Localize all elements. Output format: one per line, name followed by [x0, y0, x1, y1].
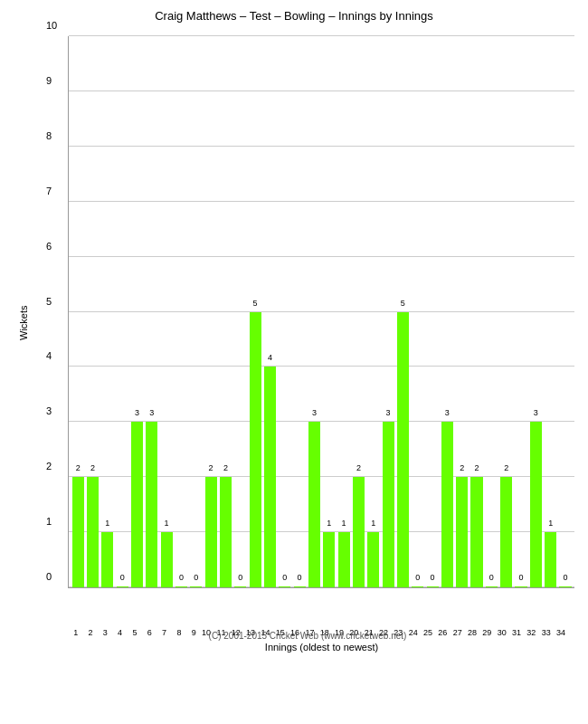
bar-value-label: 2: [504, 463, 508, 472]
bar-value-label: 2: [90, 463, 95, 472]
bar-value-label: 0: [431, 573, 435, 582]
x-axis-title: Innings (oldest to newest): [265, 642, 378, 653]
y-tick-label: 2: [46, 461, 52, 472]
y-tick-label: 8: [46, 130, 52, 141]
bar: 2: [456, 477, 468, 587]
bar: 4: [264, 367, 276, 587]
bar: 2: [220, 477, 232, 587]
bar: 1: [545, 532, 556, 587]
plot-area: 0123456789102122130435361708092102110125…: [68, 36, 574, 588]
bar: 0: [515, 586, 526, 587]
bar-group: 326: [440, 36, 454, 587]
bar-group: 04: [115, 36, 129, 587]
y-tick-label: 10: [46, 20, 57, 31]
bar-group: 513: [248, 36, 262, 587]
bar-group: 21: [71, 36, 85, 587]
bar: 2: [500, 477, 512, 587]
bar-value-label: 2: [223, 463, 228, 472]
y-axis-label: Wickets: [18, 306, 29, 341]
bar-value-label: 4: [268, 353, 272, 362]
bar-group: 17: [159, 36, 174, 587]
bar-value-label: 3: [445, 408, 450, 417]
bar: 1: [323, 532, 335, 587]
bar: 2: [470, 477, 482, 587]
bar-group: 220: [351, 36, 365, 587]
bar-group: 210: [204, 36, 218, 587]
bar: 3: [308, 422, 320, 587]
y-tick-label: 6: [46, 241, 52, 252]
bar: 1: [338, 532, 350, 587]
bar: 1: [367, 532, 379, 587]
bar: 0: [234, 586, 246, 587]
bar-value-label: 3: [135, 408, 139, 417]
bar-value-label: 5: [253, 299, 258, 308]
bar-group: 09: [189, 36, 204, 587]
bar-value-label: 1: [548, 519, 553, 528]
bar: 0: [117, 586, 128, 587]
bar-value-label: 0: [415, 573, 420, 582]
bar-value-label: 1: [371, 519, 375, 528]
bar-group: 034: [558, 36, 573, 587]
bar: 3: [441, 422, 453, 587]
bar: 0: [175, 586, 187, 587]
bar: 3: [530, 422, 542, 587]
bar-group: 031: [514, 36, 528, 587]
bar-group: 36: [145, 36, 159, 587]
bar-group: 322: [381, 36, 395, 587]
bar: 0: [559, 586, 571, 587]
bar-value-label: 0: [194, 573, 198, 582]
y-tick-label: 1: [46, 516, 52, 527]
y-tick-label: 5: [46, 296, 52, 307]
chart-container: Craig Matthews – Test – Bowling – Inning…: [0, 0, 588, 724]
bar: 5: [250, 312, 261, 588]
bar: 2: [72, 477, 84, 587]
bar-group: 13: [100, 36, 115, 587]
bar: 0: [294, 586, 306, 587]
bar-group: 230: [499, 36, 514, 587]
bar-value-label: 0: [120, 573, 125, 582]
y-tick-label: 0: [46, 571, 52, 582]
bar-group: 133: [544, 36, 558, 587]
y-tick-label: 3: [46, 405, 52, 416]
bar-group: 317: [307, 36, 321, 587]
bars-wrapper: 2122130435361708092102110125134140150163…: [69, 36, 574, 587]
bar-group: 211: [218, 36, 232, 587]
bar: 0: [279, 586, 290, 587]
chart-title: Craig Matthews – Test – Bowling – Inning…: [155, 9, 433, 23]
bar: 0: [486, 586, 498, 587]
y-tick-label: 4: [46, 350, 52, 361]
bar-value-label: 0: [563, 573, 567, 582]
bar: 1: [101, 532, 113, 587]
bar-group: 016: [292, 36, 307, 587]
bar-group: 227: [455, 36, 469, 587]
bar-group: 35: [129, 36, 144, 587]
bar: 2: [87, 477, 99, 587]
bar: 0: [190, 586, 202, 587]
bar-value-label: 0: [489, 573, 494, 582]
bar-value-label: 1: [342, 519, 346, 528]
bar: 3: [131, 422, 143, 587]
copyright-label: (C) 2001-2015 Cricket Web (www.cricketwe…: [32, 631, 583, 641]
bar: 2: [353, 477, 365, 587]
bar-group: 119: [337, 36, 351, 587]
bar-value-label: 5: [401, 299, 405, 308]
bar-group: 08: [174, 36, 188, 587]
bar-value-label: 2: [356, 463, 361, 472]
bar-value-label: 0: [518, 573, 523, 582]
bar-value-label: 3: [386, 408, 391, 417]
bar-group: 015: [278, 36, 292, 587]
bar-value-label: 0: [238, 573, 242, 582]
bar-value-label: 1: [165, 519, 169, 528]
bar: 1: [161, 532, 173, 587]
bar-group: 121: [366, 36, 381, 587]
bar: 5: [397, 312, 409, 588]
bar-group: 414: [262, 36, 277, 587]
bar-value-label: 1: [105, 519, 109, 528]
bar-group: 228: [469, 36, 484, 587]
bar: 3: [383, 422, 394, 587]
bar-value-label: 2: [76, 463, 81, 472]
bar-value-label: 2: [209, 463, 213, 472]
bar-value-label: 2: [460, 463, 464, 472]
bar-group: 523: [395, 36, 410, 587]
bar-value-label: 0: [298, 573, 302, 582]
